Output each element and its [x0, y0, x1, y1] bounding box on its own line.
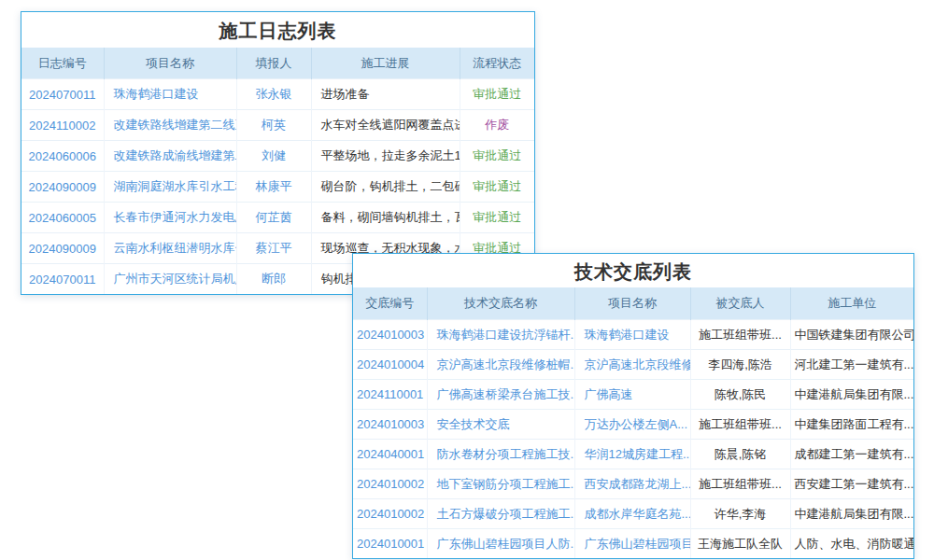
construction-log-link-cell[interactable]: 柯英 — [236, 110, 311, 141]
tech-disclosure-text-cell: 许华,李海 — [690, 499, 790, 529]
construction-log-text-cell: 砌台阶，钩机排土，二包砌... — [311, 172, 460, 203]
construction-log-link-cell[interactable]: 断郎 — [236, 264, 311, 295]
tech-disclosure-link-cell[interactable]: 土石方爆破分项工程施工... — [427, 499, 574, 529]
tech-disclosure-link-cell[interactable]: 2024010002 — [353, 499, 427, 529]
table-row: 2024060006改建铁路成渝线增建第二...刘健平整场地，拉走多余泥土15.… — [21, 141, 534, 172]
construction-log-link-cell[interactable]: 广州市天河区统计局机房... — [104, 264, 236, 295]
tech-disclosure-body: 2024010003珠海鹤港口建设抗浮锚杆...珠海鹤港口建设施工班组带班...… — [353, 320, 913, 559]
tech-disclosure-text-cell: 人防、水电、消防暖通 — [790, 529, 913, 559]
tech-disclosure-text-cell: 中建港航局集团有限... — [790, 499, 913, 529]
tech-disclosure-card: 技术交底列表 交底编号技术交底名称项目名称被交底人施工单位 2024010003… — [352, 253, 914, 559]
tech-disclosure-link-cell[interactable]: 地下室钢筋分项工程施工... — [427, 469, 574, 499]
construction-log-link-cell[interactable]: 珠海鹤港口建设 — [104, 79, 236, 110]
construction-log-header-row: 日志编号项目名称填报人施工进展流程状态 — [21, 48, 534, 79]
tech-disclosure-text-cell: 中建集团路面工程有... — [790, 410, 913, 440]
construction-log-text-cell: 备料，砌间墙钩机排土，瓦... — [311, 203, 460, 233]
tech-disclosure-link-cell[interactable]: 京沪高速北京段维修桩帽... — [427, 350, 574, 380]
tech-disclosure-link-cell[interactable]: 广佛高速桥梁承台施工技... — [427, 380, 574, 410]
tech-disclosure-link-cell[interactable]: 2024040001 — [353, 440, 427, 469]
tech-disclosure-text-cell: 西安建工第一建筑有... — [790, 469, 913, 499]
tech-disclosure-link-cell[interactable]: 安全技术交底 — [427, 410, 574, 440]
construction-log-text-cell: 平整场地，拉走多余泥土15... — [311, 141, 460, 172]
tech-disclosure-text-cell: 河北建工第一建筑有... — [790, 350, 913, 380]
table-row: 2024010002土石方爆破分项工程施工...成都水岸华庭名苑...许华,李海… — [353, 499, 913, 529]
tech-disclosure-link-cell[interactable]: 2024010004 — [353, 350, 427, 380]
tech-disclosure-text-cell: 中建港航局集团有限... — [790, 380, 913, 410]
tech-disclosure-column-header: 项目名称 — [574, 287, 690, 320]
construction-log-link-cell[interactable]: 长春市伊通河水力发电厂... — [104, 203, 236, 233]
status-badge: 审批通过 — [460, 172, 534, 203]
tech-disclosure-link-cell[interactable]: 广东佛山碧桂园项目人防... — [427, 529, 574, 559]
tech-disclosure-link-cell[interactable]: 2024010002 — [353, 469, 427, 499]
tech-disclosure-column-header: 施工单位 — [790, 287, 913, 320]
tech-disclosure-link-cell[interactable]: 2024010003 — [353, 410, 427, 440]
tech-disclosure-link-cell[interactable]: 华润12城房建工程... — [574, 440, 690, 469]
table-row: 2024010003珠海鹤港口建设抗浮锚杆...珠海鹤港口建设施工班组带班...… — [353, 320, 913, 350]
tech-disclosure-link-cell[interactable]: 2024010003 — [353, 320, 427, 350]
tech-disclosure-link-cell[interactable]: 广东佛山碧桂园项目 — [574, 529, 690, 559]
construction-log-link-cell[interactable]: 2024090009 — [21, 233, 104, 264]
table-row: 2024010002地下室钢筋分项工程施工...西安成都路龙湖上...施工班组带… — [353, 469, 913, 499]
tech-disclosure-text-cell: 施工班组带班... — [690, 320, 790, 350]
construction-log-column-header: 项目名称 — [104, 48, 236, 79]
construction-log-column-header: 日志编号 — [21, 48, 104, 79]
tech-disclosure-link-cell[interactable]: 2024110001 — [353, 380, 427, 410]
tech-disclosure-column-header: 技术交底名称 — [427, 287, 574, 320]
tech-disclosure-text-cell: 中国铁建集团有限公司 — [790, 320, 913, 350]
tech-disclosure-link-cell[interactable]: 西安成都路龙湖上... — [574, 469, 690, 499]
status-badge: 作废 — [460, 110, 534, 141]
tech-disclosure-link-cell[interactable]: 成都水岸华庭名苑... — [574, 499, 690, 529]
construction-log-column-header: 施工进展 — [311, 48, 460, 79]
table-row: 2024060005长春市伊通河水力发电厂...何芷茵备料，砌间墙钩机排土，瓦.… — [21, 203, 534, 233]
construction-log-link-cell[interactable]: 2024070011 — [21, 79, 104, 110]
tech-disclosure-text-cell: 成都建工第一建筑有... — [790, 440, 913, 469]
table-row: 2024090009湖南洞庭湖水库引水工程...林康平砌台阶，钩机排土，二包砌.… — [21, 172, 534, 203]
construction-log-link-cell[interactable]: 2024060006 — [21, 141, 104, 172]
construction-log-link-cell[interactable]: 2024060005 — [21, 203, 104, 233]
tech-disclosure-text-cell: 王海施工队全队 — [690, 529, 790, 559]
tech-disclosure-link-cell[interactable]: 珠海鹤港口建设 — [574, 320, 690, 350]
tech-disclosure-header-row: 交底编号技术交底名称项目名称被交底人施工单位 — [353, 287, 913, 320]
construction-log-text-cell: 进场准备 — [311, 79, 460, 110]
table-row: 2024010004京沪高速北京段维修桩帽...京沪高速北京段维修李四海,陈浩河… — [353, 350, 913, 380]
tech-disclosure-title: 技术交底列表 — [353, 254, 913, 287]
table-row: 2024040001防水卷材分项工程施工技...华润12城房建工程...陈晨,陈… — [353, 440, 913, 469]
table-row: 2024010003安全技术交底万达办公楼左侧A...施工班组带班...中建集团… — [353, 410, 913, 440]
tech-disclosure-table: 交底编号技术交底名称项目名称被交底人施工单位 2024010003珠海鹤港口建设… — [353, 287, 913, 558]
tech-disclosure-text-cell: 陈牧,陈民 — [690, 380, 790, 410]
construction-log-text-cell: 水车对全线遮阳网覆盖点进... — [311, 110, 460, 141]
tech-disclosure-link-cell[interactable]: 广佛高速 — [574, 380, 690, 410]
construction-log-link-cell[interactable]: 2024110002 — [21, 110, 104, 141]
construction-log-link-cell[interactable]: 2024070011 — [21, 264, 104, 295]
construction-log-title: 施工日志列表 — [21, 12, 534, 48]
tech-disclosure-link-cell[interactable]: 京沪高速北京段维修 — [574, 350, 690, 380]
tech-disclosure-column-header: 交底编号 — [353, 287, 427, 320]
construction-log-column-header: 流程状态 — [460, 48, 534, 79]
construction-log-link-cell[interactable]: 张永银 — [236, 79, 311, 110]
table-row: 2024110002改建铁路线增建第二线直...柯英水车对全线遮阳网覆盖点进..… — [21, 110, 534, 141]
tech-disclosure-column-header: 被交底人 — [690, 287, 790, 320]
construction-log-link-cell[interactable]: 何芷茵 — [236, 203, 311, 233]
tech-disclosure-text-cell: 陈晨,陈铭 — [690, 440, 790, 469]
tech-disclosure-text-cell: 施工班组带班... — [690, 410, 790, 440]
construction-log-link-cell[interactable]: 蔡江平 — [236, 233, 311, 264]
construction-log-link-cell[interactable]: 2024090009 — [21, 172, 104, 203]
tech-disclosure-link-cell[interactable]: 珠海鹤港口建设抗浮锚杆... — [427, 320, 574, 350]
status-badge: 审批通过 — [460, 141, 534, 172]
table-row: 2024110001广佛高速桥梁承台施工技...广佛高速陈牧,陈民中建港航局集团… — [353, 380, 913, 410]
tech-disclosure-link-cell[interactable]: 万达办公楼左侧A... — [574, 410, 690, 440]
construction-log-link-cell[interactable]: 改建铁路线增建第二线直... — [104, 110, 236, 141]
construction-log-link-cell[interactable]: 改建铁路成渝线增建第二... — [104, 141, 236, 172]
construction-log-link-cell[interactable]: 云南水利枢纽潜明水库一... — [104, 233, 236, 264]
tech-disclosure-text-cell: 施工班组带班... — [690, 469, 790, 499]
tech-disclosure-link-cell[interactable]: 防水卷材分项工程施工技... — [427, 440, 574, 469]
tech-disclosure-link-cell[interactable]: 2024010001 — [353, 529, 427, 559]
construction-log-link-cell[interactable]: 林康平 — [236, 172, 311, 203]
construction-log-link-cell[interactable]: 刘健 — [236, 141, 311, 172]
construction-log-link-cell[interactable]: 湖南洞庭湖水库引水工程... — [104, 172, 236, 203]
status-badge: 审批通过 — [460, 203, 534, 233]
status-badge: 审批通过 — [460, 79, 534, 110]
tech-disclosure-text-cell: 李四海,陈浩 — [690, 350, 790, 380]
construction-log-column-header: 填报人 — [236, 48, 311, 79]
table-row: 2024070011珠海鹤港口建设张永银进场准备审批通过 — [21, 79, 534, 110]
